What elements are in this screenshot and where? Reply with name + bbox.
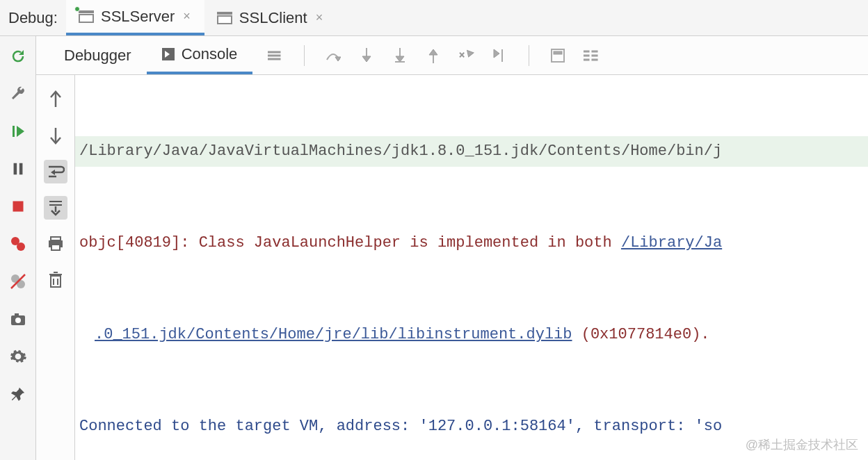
show-execution-point-icon[interactable]: [266, 47, 284, 65]
step-out-icon[interactable]: [424, 47, 442, 65]
debug-sub-tab-bar: Debugger Console ×: [36, 36, 868, 75]
evaluate-icon[interactable]: [549, 47, 567, 65]
console-panel: /Library/Java/JavaVirtualMachines/jdk1.8…: [36, 75, 868, 460]
pause-button[interactable]: [8, 158, 29, 179]
resume-button[interactable]: [8, 121, 29, 142]
camera-button[interactable]: [8, 309, 29, 329]
svg-rect-23: [584, 51, 589, 52]
close-icon[interactable]: ×: [314, 10, 325, 25]
run-tab-label: SSLServer: [101, 8, 175, 26]
svg-rect-38: [51, 276, 61, 287]
divider: [529, 45, 529, 66]
run-tab-label: SSLClient: [239, 9, 307, 27]
force-step-into-icon[interactable]: [391, 47, 409, 65]
svg-rect-14: [268, 58, 280, 60]
svg-rect-13: [268, 55, 280, 56]
run-tab-sslclient[interactable]: SSLClient ×: [204, 0, 337, 35]
svg-rect-12: [268, 51, 280, 53]
console-line: objc[40819]: Class JavaLaunchHelper is i…: [75, 228, 868, 258]
console-line: .0_151.jdk/Contents/Home/jre/lib/libinst…: [75, 320, 868, 350]
watermark: @稀土掘金技术社区: [746, 436, 858, 453]
svg-point-5: [17, 243, 25, 251]
stop-button[interactable]: [8, 196, 29, 217]
console-icon: [162, 48, 175, 60]
close-icon[interactable]: ×: [182, 9, 192, 24]
svg-point-10: [15, 318, 21, 323]
trace-icon[interactable]: [582, 47, 600, 65]
svg-rect-35: [51, 237, 61, 240]
rerun-button[interactable]: [8, 46, 29, 67]
drop-frame-icon[interactable]: ×: [458, 47, 476, 65]
svg-rect-24: [584, 55, 589, 56]
console-gutter: [36, 75, 75, 460]
console-line: /Library/Java/JavaVirtualMachines/jdk1.8…: [75, 136, 868, 167]
svg-rect-3: [13, 202, 23, 212]
run-tab-sslserver[interactable]: SSLServer ×: [66, 0, 204, 35]
svg-rect-11: [15, 313, 19, 316]
debug-step-icons: ×: [252, 45, 600, 66]
svg-rect-25: [584, 59, 589, 60]
tab-label: Console: [182, 45, 238, 63]
application-icon: [79, 10, 94, 23]
debug-action-column: [0, 36, 36, 460]
step-into-icon[interactable]: [357, 47, 376, 65]
file-link[interactable]: .0_151.jdk/Contents/Home/jre/lib/libinst…: [95, 326, 572, 343]
tab-label: Debugger: [64, 47, 131, 65]
tab-console[interactable]: Console: [147, 36, 253, 74]
svg-rect-28: [592, 59, 597, 60]
svg-rect-22: [554, 51, 562, 54]
pin-button[interactable]: [8, 384, 29, 404]
print-button[interactable]: [44, 232, 67, 256]
down-button[interactable]: [44, 124, 67, 147]
svg-rect-37: [51, 245, 60, 250]
svg-rect-1: [13, 163, 17, 175]
debug-tab-bar: Debug: SSLServer × SSLClient ×: [0, 0, 868, 36]
debug-label: Debug:: [6, 9, 66, 27]
tab-debugger[interactable]: Debugger: [49, 36, 147, 74]
divider: [304, 45, 305, 66]
clear-button[interactable]: [44, 268, 67, 292]
svg-rect-27: [592, 55, 597, 56]
console-output[interactable]: /Library/Java/JavaVirtualMachines/jdk1.8…: [75, 75, 868, 460]
settings-button[interactable]: [8, 346, 29, 367]
svg-rect-26: [592, 51, 597, 52]
scroll-to-end-button[interactable]: [44, 196, 67, 220]
svg-rect-0: [13, 126, 15, 137]
svg-text:×: ×: [459, 49, 465, 60]
run-to-cursor-icon[interactable]: [491, 47, 509, 65]
view-breakpoints-button[interactable]: [8, 233, 29, 254]
mute-breakpoints-button[interactable]: [8, 271, 29, 292]
wrench-button[interactable]: [8, 83, 29, 104]
svg-rect-2: [19, 163, 22, 175]
step-over-icon[interactable]: [324, 47, 342, 65]
file-link[interactable]: /Library/Ja: [621, 234, 722, 252]
up-button[interactable]: [44, 88, 67, 111]
soft-wrap-button[interactable]: [44, 160, 67, 183]
application-icon: [217, 12, 232, 24]
